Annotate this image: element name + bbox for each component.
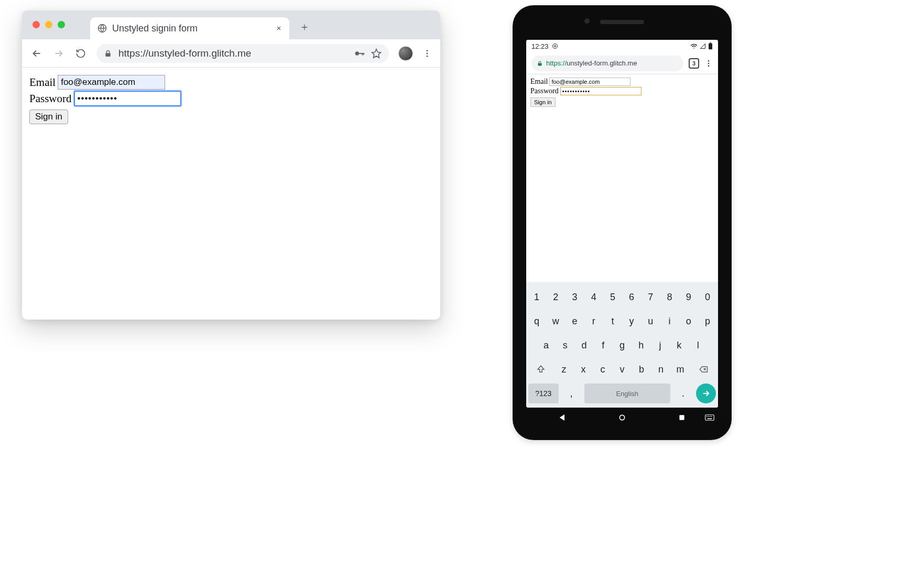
- nav-recents-button[interactable]: [677, 412, 687, 423]
- shift-key[interactable]: [528, 359, 553, 379]
- key-i[interactable]: i: [661, 311, 678, 331]
- key-9[interactable]: 9: [680, 287, 697, 307]
- keyboard-toggle-icon[interactable]: [704, 412, 715, 423]
- password-input[interactable]: [74, 91, 181, 106]
- key-icon[interactable]: [353, 48, 365, 59]
- svg-rect-13: [710, 42, 711, 43]
- signin-button[interactable]: Sign in: [29, 109, 68, 124]
- signin-form: Email Password Sign in: [29, 75, 433, 124]
- key-7[interactable]: 7: [642, 287, 659, 307]
- new-tab-button[interactable]: [297, 19, 312, 35]
- mobile-url-host: unstyled-form.glitch.me: [567, 59, 637, 67]
- key-x[interactable]: x: [574, 359, 592, 379]
- speaker-grille: [600, 20, 644, 24]
- globe-icon: [97, 24, 107, 33]
- key-t[interactable]: t: [604, 311, 621, 331]
- key-d[interactable]: d: [575, 335, 592, 355]
- keyboard-row-qwerty: qwertyuiop: [528, 311, 716, 331]
- key-y[interactable]: y: [623, 311, 640, 331]
- mobile-browser-toolbar: https://unstyled-form.glitch.me 3: [526, 52, 718, 74]
- bookmark-star-icon[interactable]: [371, 48, 382, 59]
- back-button[interactable]: [30, 47, 43, 60]
- wifi-icon: [690, 42, 698, 50]
- key-n[interactable]: n: [653, 359, 670, 379]
- key-f[interactable]: f: [595, 335, 612, 355]
- symbols-key[interactable]: ?123: [528, 383, 559, 403]
- key-3[interactable]: 3: [566, 287, 583, 307]
- tab-count: 3: [692, 60, 695, 67]
- svg-rect-22: [708, 416, 709, 417]
- key-a[interactable]: a: [538, 335, 555, 355]
- svg-rect-25: [708, 419, 712, 420]
- key-j[interactable]: j: [651, 335, 668, 355]
- profile-avatar[interactable]: [398, 46, 413, 61]
- front-camera: [584, 18, 590, 24]
- comma-key[interactable]: ,: [561, 383, 582, 403]
- maximize-window-button[interactable]: [58, 21, 65, 28]
- svg-point-18: [619, 415, 624, 420]
- key-g[interactable]: g: [614, 335, 631, 355]
- email-input[interactable]: [58, 75, 165, 90]
- nav-home-button[interactable]: [617, 412, 627, 423]
- key-6[interactable]: 6: [623, 287, 640, 307]
- key-h[interactable]: h: [633, 335, 649, 355]
- key-5[interactable]: 5: [604, 287, 621, 307]
- reload-button[interactable]: [74, 47, 87, 60]
- mobile-address-bar[interactable]: https://unstyled-form.glitch.me: [531, 56, 683, 71]
- keyboard-row-numbers: 1234567890: [528, 287, 716, 307]
- svg-rect-21: [706, 416, 708, 417]
- svg-point-17: [708, 65, 710, 67]
- battery-icon: [708, 42, 713, 50]
- key-c[interactable]: c: [594, 359, 611, 379]
- key-4[interactable]: 4: [585, 287, 602, 307]
- mobile-email-input[interactable]: [549, 78, 631, 86]
- mobile-password-label: Password: [530, 87, 559, 95]
- spacebar-key[interactable]: English: [584, 383, 670, 403]
- tab-title: Unstyled signin form: [112, 23, 270, 34]
- key-u[interactable]: u: [642, 311, 659, 331]
- minimize-window-button[interactable]: [45, 21, 52, 28]
- mobile-password-input[interactable]: [560, 87, 642, 95]
- svg-rect-1: [105, 53, 110, 57]
- key-q[interactable]: q: [528, 311, 545, 331]
- key-z[interactable]: z: [555, 359, 572, 379]
- close-window-button[interactable]: [32, 21, 40, 28]
- backspace-key[interactable]: [691, 359, 716, 379]
- key-w[interactable]: w: [547, 311, 564, 331]
- svg-point-9: [427, 55, 428, 57]
- svg-point-7: [427, 50, 428, 51]
- nav-back-button[interactable]: [557, 412, 568, 423]
- svg-point-8: [427, 52, 428, 54]
- key-2[interactable]: 2: [547, 287, 564, 307]
- key-p[interactable]: p: [699, 311, 716, 331]
- keyboard-row-bottom: ?123 , English .: [528, 383, 716, 403]
- key-l[interactable]: l: [690, 335, 706, 355]
- forward-button[interactable]: [52, 47, 65, 60]
- mobile-menu-button[interactable]: [704, 59, 713, 68]
- key-v[interactable]: v: [613, 359, 631, 379]
- address-bar[interactable]: https://unstyled-form.glitch.me: [96, 44, 389, 63]
- key-o[interactable]: o: [680, 311, 697, 331]
- url-text: https://unstyled-form.glitch.me: [118, 48, 347, 59]
- key-k[interactable]: k: [671, 335, 688, 355]
- key-1[interactable]: 1: [528, 287, 545, 307]
- key-s[interactable]: s: [557, 335, 573, 355]
- svg-point-16: [708, 62, 710, 64]
- browser-tab[interactable]: Unstyled signin form: [90, 17, 289, 39]
- key-b[interactable]: b: [633, 359, 650, 379]
- close-tab-button[interactable]: [276, 25, 282, 31]
- browser-menu-button[interactable]: [422, 49, 432, 58]
- svg-rect-23: [710, 416, 711, 417]
- key-0[interactable]: 0: [699, 287, 716, 307]
- mobile-signin-button[interactable]: Sign in: [530, 97, 556, 107]
- key-8[interactable]: 8: [661, 287, 678, 307]
- key-r[interactable]: r: [585, 311, 602, 331]
- android-nav-bar: [532, 410, 712, 425]
- key-e[interactable]: e: [566, 311, 583, 331]
- mobile-device-frame: 12:23: [513, 5, 732, 440]
- key-m[interactable]: m: [672, 359, 689, 379]
- svg-point-2: [355, 51, 359, 55]
- tab-switcher-button[interactable]: 3: [689, 58, 699, 69]
- period-key[interactable]: .: [672, 383, 694, 403]
- enter-key[interactable]: [696, 383, 716, 403]
